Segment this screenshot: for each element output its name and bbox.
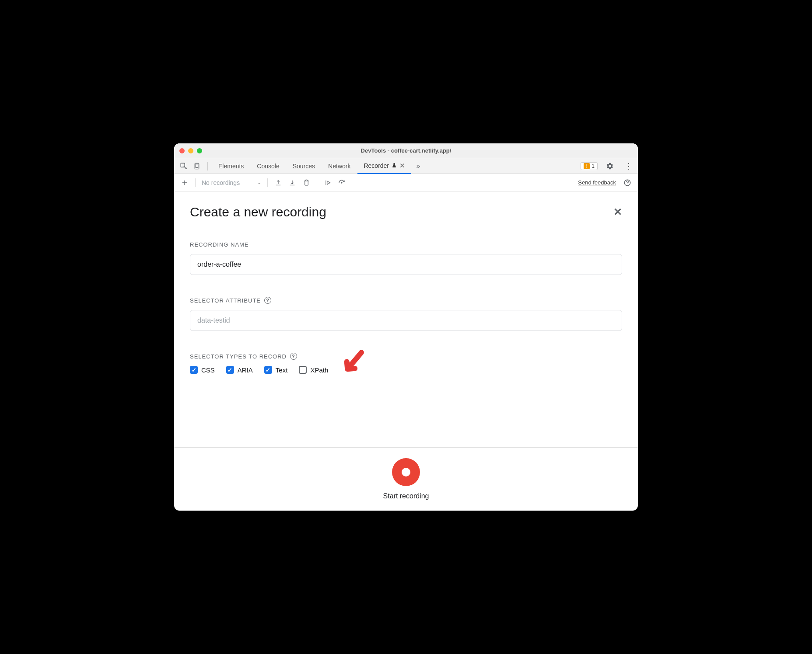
device-toggle-icon[interactable]	[191, 160, 203, 172]
send-feedback-link[interactable]: Send feedback	[578, 179, 616, 186]
warning-icon: !	[584, 163, 590, 169]
checkbox-aria[interactable]: ✓ ARIA	[226, 366, 253, 374]
delete-button[interactable]	[300, 177, 312, 189]
export-button[interactable]	[272, 177, 284, 189]
checkbox-aria-box: ✓	[226, 366, 234, 374]
divider	[207, 162, 208, 170]
content-area: Create a new recording ✕ RECORDING NAME …	[174, 191, 638, 447]
divider	[267, 178, 268, 187]
checkbox-css[interactable]: ✓ CSS	[190, 366, 215, 374]
recording-name-input[interactable]	[190, 254, 622, 275]
close-window-button[interactable]	[179, 148, 185, 153]
selector-attribute-label-text: SELECTOR ATTRIBUTE	[190, 297, 261, 304]
close-tab-icon[interactable]: ✕	[399, 162, 405, 170]
start-recording-label: Start recording	[383, 492, 429, 500]
checkbox-aria-label: ARIA	[238, 366, 253, 374]
checkbox-text[interactable]: ✓ Text	[264, 366, 288, 374]
selector-types-label: SELECTOR TYPES TO RECORD ?	[190, 353, 622, 360]
selector-types-label-text: SELECTOR TYPES TO RECORD	[190, 353, 287, 360]
issues-badge[interactable]: ! 1	[581, 162, 598, 170]
more-menu-icon[interactable]: ⋮	[622, 160, 634, 172]
recording-name-label: RECORDING NAME	[190, 241, 622, 248]
tab-recorder[interactable]: Recorder ✕	[357, 158, 411, 174]
selector-types-group: ✓ CSS ✓ ARIA ✓ Text XPath	[190, 366, 622, 374]
tabs-bar: Elements Console Sources Network Recorde…	[174, 158, 638, 174]
help-icon[interactable]: ?	[264, 297, 271, 304]
checkbox-xpath-box	[299, 366, 307, 374]
svg-rect-2	[196, 164, 198, 167]
divider	[317, 178, 317, 187]
issues-count: 1	[592, 163, 595, 169]
help-icon[interactable]	[621, 177, 634, 189]
checkbox-css-label: CSS	[201, 366, 215, 374]
checkbox-xpath-label: XPath	[310, 366, 328, 374]
checkbox-text-label: Text	[276, 366, 288, 374]
maximize-window-button[interactable]	[197, 148, 202, 153]
tab-console[interactable]: Console	[251, 158, 285, 174]
add-recording-button[interactable]	[178, 177, 191, 189]
settings-icon[interactable]	[604, 160, 616, 172]
checkbox-css-box: ✓	[190, 366, 198, 374]
chevron-down-icon: ⌄	[257, 180, 261, 185]
import-button[interactable]	[286, 177, 298, 189]
selector-attribute-input[interactable]	[190, 310, 622, 331]
window-title: DevTools - coffee-cart.netlify.app/	[174, 147, 638, 154]
checkbox-xpath[interactable]: XPath	[299, 366, 328, 374]
devtools-window: DevTools - coffee-cart.netlify.app/ Elem…	[174, 143, 638, 511]
replay-button[interactable]	[336, 177, 348, 189]
help-icon[interactable]: ?	[290, 353, 297, 360]
traffic-lights	[179, 148, 202, 153]
page-heading: Create a new recording	[190, 205, 326, 219]
beaker-icon	[392, 162, 397, 170]
more-tabs-icon[interactable]: »	[412, 160, 424, 172]
checkbox-text-box: ✓	[264, 366, 272, 374]
tab-elements[interactable]: Elements	[212, 158, 250, 174]
annotation-arrow	[339, 348, 368, 378]
step-button[interactable]	[322, 177, 334, 189]
tab-recorder-label: Recorder	[364, 162, 389, 169]
recordings-dropdown[interactable]: No recordings ⌄	[200, 179, 263, 186]
recordings-dropdown-label: No recordings	[202, 179, 240, 186]
selector-attribute-label: SELECTOR ATTRIBUTE ?	[190, 297, 622, 304]
start-recording-button[interactable]	[392, 458, 420, 486]
svg-point-3	[341, 182, 342, 183]
tab-network[interactable]: Network	[322, 158, 357, 174]
titlebar: DevTools - coffee-cart.netlify.app/	[174, 143, 638, 158]
recorder-toolbar: No recordings ⌄ Send feedback	[174, 174, 638, 191]
minimize-window-button[interactable]	[188, 148, 193, 153]
divider	[195, 178, 196, 187]
record-icon	[402, 468, 410, 477]
tab-sources[interactable]: Sources	[287, 158, 321, 174]
close-panel-button[interactable]: ✕	[613, 206, 622, 218]
inspect-element-icon[interactable]	[178, 160, 190, 172]
footer: Start recording	[174, 447, 638, 511]
